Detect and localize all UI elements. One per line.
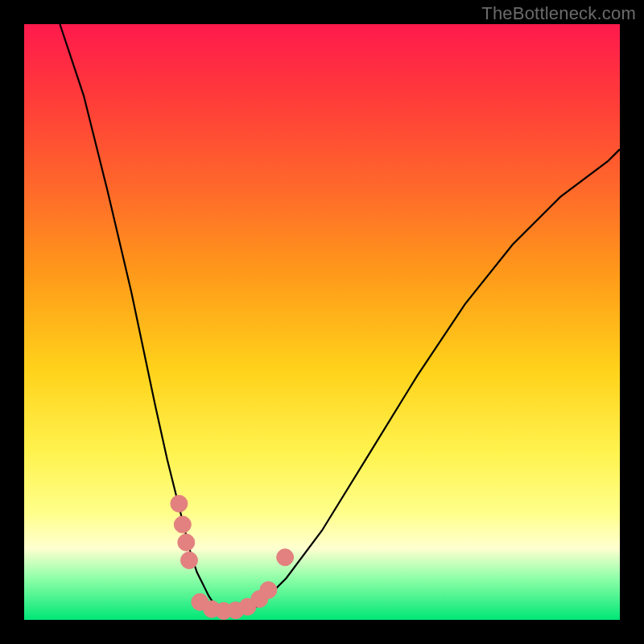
chart-plot-area [24,24,620,620]
curve-marker [178,534,195,551]
watermark-text: TheBottleneck.com [481,3,636,24]
curve-marker [277,549,294,566]
chart-frame: TheBottleneck.com [0,0,644,644]
bottleneck-curve [60,24,620,614]
curve-marker [180,552,197,569]
curve-marker [171,495,188,512]
curve-markers [171,495,294,619]
chart-svg [24,24,620,620]
curve-marker [174,516,191,533]
curve-marker [260,582,277,599]
